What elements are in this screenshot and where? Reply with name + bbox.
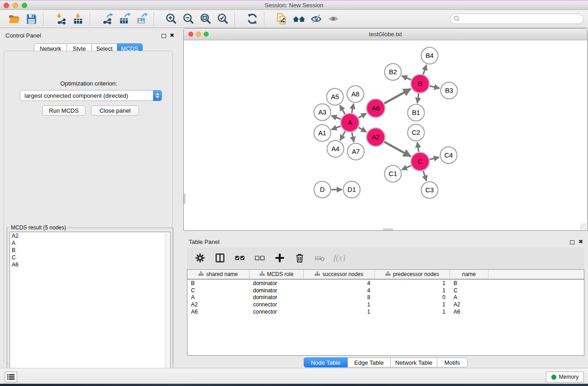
result-list-scrollbar[interactable] xyxy=(165,233,170,379)
graph-node-a5[interactable]: A5 xyxy=(327,89,344,105)
graph-node-c3[interactable]: C3 xyxy=(421,182,438,199)
zoom-fit-icon[interactable] xyxy=(197,12,214,26)
graph-edge-A-A8[interactable] xyxy=(352,104,354,113)
add-column-icon[interactable] xyxy=(273,251,287,265)
graph-node-b1[interactable]: B1 xyxy=(408,105,425,121)
result-item-a[interactable]: A xyxy=(10,239,170,247)
table-cell[interactable]: 8 xyxy=(304,294,375,301)
table-cell[interactable]: 0 xyxy=(375,294,450,301)
network-zoom-button[interactable] xyxy=(204,32,209,37)
network-close-button[interactable] xyxy=(188,32,193,37)
graph-node-c2[interactable]: C2 xyxy=(408,124,425,141)
export-image-icon[interactable] xyxy=(133,12,150,26)
table-cell[interactable]: 1 xyxy=(375,308,450,315)
select-columns-icon[interactable] xyxy=(233,251,247,265)
table-row[interactable]: A6connector11A6 xyxy=(187,308,584,315)
search-input[interactable] xyxy=(450,14,583,24)
table-cell[interactable]: A xyxy=(187,294,249,301)
graph-node-a[interactable]: A xyxy=(341,114,359,132)
close-panel-button[interactable]: Close panel xyxy=(91,105,139,116)
table-cell[interactable]: 1 xyxy=(375,301,450,308)
table-cell[interactable]: dominator xyxy=(249,280,304,287)
column-header-successor-nodes[interactable]: successor nodes xyxy=(304,270,375,279)
table-cell[interactable]: A2 xyxy=(450,301,488,308)
graph-node-d1[interactable]: D1 xyxy=(344,181,360,198)
graph-edge-A-A3[interactable] xyxy=(331,116,341,119)
optimization-criterion-select[interactable]: largest connected component (directed) xyxy=(20,90,162,101)
table-cell[interactable]: A6 xyxy=(187,308,249,315)
status-menu-button[interactable] xyxy=(5,372,17,382)
tab-network-table[interactable]: Network Table xyxy=(391,357,437,367)
table-cell[interactable]: 1 xyxy=(375,280,450,287)
tab-node-table[interactable]: Node Table xyxy=(304,357,348,367)
table-cell[interactable]: A2 xyxy=(187,301,249,308)
result-item-b[interactable]: B xyxy=(10,247,170,254)
import-network-icon[interactable] xyxy=(52,12,69,26)
graph-node-a7[interactable]: A7 xyxy=(348,143,364,160)
graph-edge-A-A5[interactable] xyxy=(340,105,345,114)
graph-node-b[interactable]: B xyxy=(411,75,430,93)
table-cell[interactable]: 1 xyxy=(304,308,375,315)
clone-network-icon[interactable] xyxy=(273,12,290,26)
result-item-c[interactable]: C xyxy=(10,254,170,262)
table-row[interactable]: Bdominator41B xyxy=(187,280,584,287)
table-row[interactable]: Cdominator41C xyxy=(187,287,584,294)
table-row[interactable]: Adominator80A xyxy=(187,294,584,301)
graph-edge-A-A1[interactable] xyxy=(331,126,341,130)
table-cell[interactable]: 1 xyxy=(304,301,375,308)
zoom-in-icon[interactable] xyxy=(163,12,180,26)
graph-node-c4[interactable]: C4 xyxy=(440,147,457,164)
table-cell[interactable]: A6 xyxy=(450,308,488,315)
run-mcds-button[interactable]: Run MCDS xyxy=(42,105,86,116)
graph-node-a6[interactable]: A6 xyxy=(367,99,385,118)
network-hscroll-indicator[interactable] xyxy=(383,229,393,230)
table-cell[interactable]: C xyxy=(450,287,488,294)
zoom-selected-icon[interactable] xyxy=(214,12,231,26)
graph-edge-A2-C[interactable] xyxy=(384,142,411,156)
table-cell[interactable]: dominator xyxy=(249,287,304,294)
network-minimize-button[interactable] xyxy=(196,32,201,37)
zoom-out-icon[interactable] xyxy=(180,12,197,26)
show-all-networks-icon[interactable] xyxy=(290,12,307,26)
graph-edge-C-C2[interactable] xyxy=(417,142,419,152)
mcds-result-list[interactable]: A2ABCA6 xyxy=(10,232,171,379)
tab-edge-table[interactable]: Edge Table xyxy=(348,357,391,367)
table-panel-float-icon[interactable] xyxy=(570,240,574,244)
graph-edge-B-B3[interactable] xyxy=(430,86,440,88)
graph-node-c[interactable]: C xyxy=(411,152,430,171)
graph-node-b4[interactable]: B4 xyxy=(421,48,438,64)
graph-node-b3[interactable]: B3 xyxy=(441,82,458,99)
graph-node-a3[interactable]: A3 xyxy=(314,104,331,121)
minimize-window-button[interactable] xyxy=(13,3,18,8)
network-window-titlebar[interactable]: testGlobe.txt xyxy=(184,29,587,40)
table-cell[interactable]: connector xyxy=(249,308,304,315)
network-canvas[interactable]: B4B2BB3A5A8A6A3B1AA1A2C2A4A7C4CC1C3DD1 xyxy=(184,41,587,230)
delete-column-icon[interactable] xyxy=(293,251,306,265)
tab-motifs[interactable]: Motifs xyxy=(437,357,468,367)
table-row[interactable]: A2connector11A2 xyxy=(187,301,584,308)
column-header-MCDS-role[interactable]: MCDS role xyxy=(249,270,304,279)
graph-edge-A-A7[interactable] xyxy=(352,132,354,142)
graph-edge-C-C1[interactable] xyxy=(402,166,411,170)
table-cell[interactable]: connector xyxy=(249,301,304,308)
table-cell[interactable]: C xyxy=(187,287,249,294)
save-session-icon[interactable] xyxy=(23,12,40,26)
table-cell[interactable]: 1 xyxy=(375,287,450,294)
refresh-icon[interactable] xyxy=(244,12,261,26)
graph-node-a4[interactable]: A4 xyxy=(327,141,344,157)
graph-node-a1[interactable]: A1 xyxy=(314,125,331,142)
import-table-icon[interactable] xyxy=(69,12,86,26)
table-panel-close-icon[interactable]: ✖ xyxy=(578,238,583,245)
column-header-name[interactable]: name xyxy=(450,270,488,279)
graph-edge-A-A4[interactable] xyxy=(340,131,345,140)
result-item-a6[interactable]: A6 xyxy=(10,262,170,269)
table-cell[interactable]: 4 xyxy=(304,287,375,294)
graph-edge-C-C4[interactable] xyxy=(430,157,439,160)
export-table-icon[interactable] xyxy=(116,12,133,26)
table-cell[interactable]: B xyxy=(450,280,488,287)
graph-node-c1[interactable]: C1 xyxy=(385,166,402,182)
graph-edge-A6-B[interactable] xyxy=(384,89,411,103)
graph-edge-B-B4[interactable] xyxy=(423,65,426,74)
table-cell[interactable]: 4 xyxy=(304,280,375,287)
graph-node-b2[interactable]: B2 xyxy=(385,64,402,81)
